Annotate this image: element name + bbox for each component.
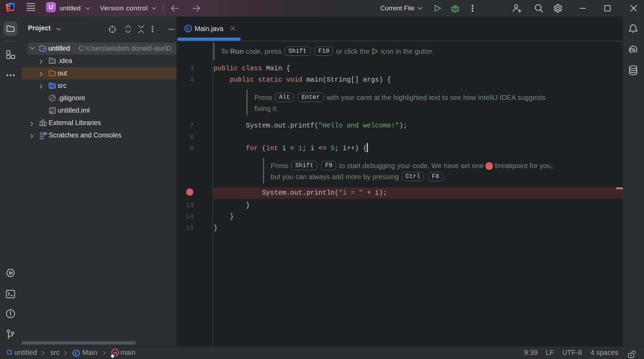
svg-text:C: C bbox=[187, 26, 190, 31]
svg-text:m: m bbox=[113, 350, 117, 355]
